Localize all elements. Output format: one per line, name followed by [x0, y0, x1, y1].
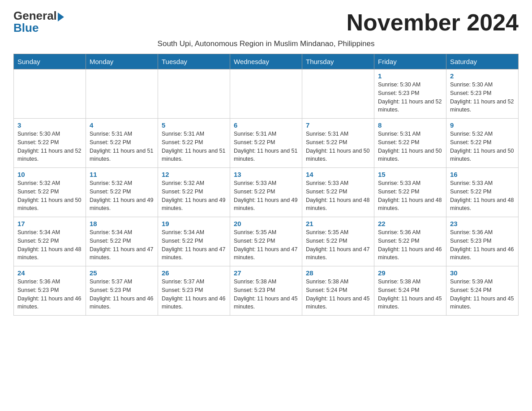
day-cell: 24Sunrise: 5:36 AM Sunset: 5:23 PM Dayli…	[14, 266, 86, 316]
day-cell: 8Sunrise: 5:31 AM Sunset: 5:22 PM Daylig…	[374, 119, 446, 168]
day-info: Sunrise: 5:31 AM Sunset: 5:22 PM Dayligh…	[234, 130, 298, 163]
day-info: Sunrise: 5:35 AM Sunset: 5:22 PM Dayligh…	[306, 228, 370, 262]
day-cell: 29Sunrise: 5:38 AM Sunset: 5:24 PM Dayli…	[374, 266, 446, 316]
day-info: Sunrise: 5:30 AM Sunset: 5:23 PM Dayligh…	[450, 81, 515, 114]
day-cell: 27Sunrise: 5:38 AM Sunset: 5:23 PM Dayli…	[230, 266, 302, 316]
day-number: 14	[306, 171, 370, 178]
day-number: 4	[90, 121, 154, 129]
week-row-3: 10Sunrise: 5:32 AM Sunset: 5:22 PM Dayli…	[14, 168, 519, 217]
weekday-header-tuesday: Tuesday	[158, 54, 230, 69]
day-cell: 25Sunrise: 5:37 AM Sunset: 5:23 PM Dayli…	[86, 266, 158, 316]
day-cell: 15Sunrise: 5:33 AM Sunset: 5:22 PM Dayli…	[374, 168, 446, 217]
day-number: 12	[162, 171, 226, 178]
day-cell: 16Sunrise: 5:33 AM Sunset: 5:22 PM Dayli…	[446, 168, 519, 217]
day-cell: 9Sunrise: 5:32 AM Sunset: 5:22 PM Daylig…	[446, 119, 519, 168]
day-number: 8	[378, 121, 442, 129]
day-cell: 3Sunrise: 5:30 AM Sunset: 5:22 PM Daylig…	[14, 119, 86, 168]
day-number: 30	[450, 269, 515, 277]
logo: General Blue	[13, 9, 64, 35]
weekday-header-sunday: Sunday	[14, 54, 86, 69]
day-info: Sunrise: 5:30 AM Sunset: 5:23 PM Dayligh…	[378, 81, 442, 114]
day-info: Sunrise: 5:32 AM Sunset: 5:22 PM Dayligh…	[17, 179, 82, 213]
day-cell: 20Sunrise: 5:35 AM Sunset: 5:22 PM Dayli…	[230, 217, 302, 266]
calendar-table: SundayMondayTuesdayWednesdayThursdayFrid…	[13, 54, 519, 316]
subtitle: South Upi, Autonomous Region in Muslim M…	[13, 39, 519, 48]
day-cell: 17Sunrise: 5:34 AM Sunset: 5:22 PM Dayli…	[14, 217, 86, 266]
day-number: 7	[306, 121, 370, 129]
logo-blue-text: Blue	[13, 21, 39, 35]
day-number: 3	[17, 121, 82, 129]
day-info: Sunrise: 5:33 AM Sunset: 5:22 PM Dayligh…	[234, 179, 298, 213]
day-cell: 12Sunrise: 5:32 AM Sunset: 5:22 PM Dayli…	[158, 168, 230, 217]
day-number: 6	[234, 121, 298, 129]
day-cell	[230, 69, 302, 119]
day-number: 9	[450, 121, 515, 129]
day-cell	[158, 69, 230, 119]
day-info: Sunrise: 5:34 AM Sunset: 5:22 PM Dayligh…	[90, 228, 154, 262]
day-info: Sunrise: 5:38 AM Sunset: 5:24 PM Dayligh…	[378, 278, 442, 311]
day-info: Sunrise: 5:31 AM Sunset: 5:22 PM Dayligh…	[378, 130, 442, 163]
day-number: 16	[450, 171, 515, 178]
day-cell: 13Sunrise: 5:33 AM Sunset: 5:22 PM Dayli…	[230, 168, 302, 217]
day-cell	[302, 69, 374, 119]
day-cell: 1Sunrise: 5:30 AM Sunset: 5:23 PM Daylig…	[374, 69, 446, 119]
day-cell: 2Sunrise: 5:30 AM Sunset: 5:23 PM Daylig…	[446, 69, 519, 119]
page-header: General Blue November 2024	[13, 9, 519, 36]
day-info: Sunrise: 5:31 AM Sunset: 5:22 PM Dayligh…	[90, 130, 154, 163]
day-info: Sunrise: 5:36 AM Sunset: 5:23 PM Dayligh…	[450, 228, 515, 262]
day-number: 23	[450, 220, 515, 227]
day-number: 28	[306, 269, 370, 277]
day-info: Sunrise: 5:39 AM Sunset: 5:24 PM Dayligh…	[450, 278, 515, 311]
day-cell: 23Sunrise: 5:36 AM Sunset: 5:23 PM Dayli…	[446, 217, 519, 266]
day-number: 21	[306, 220, 370, 227]
weekday-header-monday: Monday	[86, 54, 158, 69]
day-cell: 28Sunrise: 5:38 AM Sunset: 5:24 PM Dayli…	[302, 266, 374, 316]
day-cell: 5Sunrise: 5:31 AM Sunset: 5:22 PM Daylig…	[158, 119, 230, 168]
day-info: Sunrise: 5:36 AM Sunset: 5:22 PM Dayligh…	[378, 228, 442, 262]
day-cell: 11Sunrise: 5:32 AM Sunset: 5:22 PM Dayli…	[86, 168, 158, 217]
week-row-1: 1Sunrise: 5:30 AM Sunset: 5:23 PM Daylig…	[14, 69, 519, 119]
week-row-2: 3Sunrise: 5:30 AM Sunset: 5:22 PM Daylig…	[14, 119, 519, 168]
day-info: Sunrise: 5:30 AM Sunset: 5:22 PM Dayligh…	[17, 130, 82, 163]
day-cell	[14, 69, 86, 119]
day-info: Sunrise: 5:31 AM Sunset: 5:22 PM Dayligh…	[306, 130, 370, 163]
day-info: Sunrise: 5:37 AM Sunset: 5:23 PM Dayligh…	[162, 278, 226, 311]
day-number: 24	[17, 269, 82, 277]
day-info: Sunrise: 5:33 AM Sunset: 5:22 PM Dayligh…	[306, 179, 370, 213]
page-title: November 2024	[347, 9, 519, 36]
day-number: 15	[378, 171, 442, 178]
day-number: 22	[378, 220, 442, 227]
day-number: 2	[450, 72, 515, 80]
day-cell: 4Sunrise: 5:31 AM Sunset: 5:22 PM Daylig…	[86, 119, 158, 168]
day-number: 26	[162, 269, 226, 277]
day-cell: 14Sunrise: 5:33 AM Sunset: 5:22 PM Dayli…	[302, 168, 374, 217]
day-number: 17	[17, 220, 82, 227]
day-info: Sunrise: 5:31 AM Sunset: 5:22 PM Dayligh…	[162, 130, 226, 163]
day-cell: 19Sunrise: 5:34 AM Sunset: 5:22 PM Dayli…	[158, 217, 230, 266]
weekday-header-wednesday: Wednesday	[230, 54, 302, 69]
day-number: 20	[234, 220, 298, 227]
day-number: 19	[162, 220, 226, 227]
day-number: 27	[234, 269, 298, 277]
day-number: 13	[234, 171, 298, 178]
day-info: Sunrise: 5:38 AM Sunset: 5:24 PM Dayligh…	[306, 278, 370, 311]
day-cell	[86, 69, 158, 119]
day-number: 10	[17, 171, 82, 178]
weekday-header-row: SundayMondayTuesdayWednesdayThursdayFrid…	[14, 54, 519, 69]
day-cell: 7Sunrise: 5:31 AM Sunset: 5:22 PM Daylig…	[302, 119, 374, 168]
day-info: Sunrise: 5:33 AM Sunset: 5:22 PM Dayligh…	[378, 179, 442, 213]
day-info: Sunrise: 5:34 AM Sunset: 5:22 PM Dayligh…	[162, 228, 226, 262]
day-cell: 22Sunrise: 5:36 AM Sunset: 5:22 PM Dayli…	[374, 217, 446, 266]
logo-arrow-icon	[58, 13, 64, 21]
weekday-header-saturday: Saturday	[446, 54, 519, 69]
day-info: Sunrise: 5:37 AM Sunset: 5:23 PM Dayligh…	[90, 278, 154, 311]
day-cell: 18Sunrise: 5:34 AM Sunset: 5:22 PM Dayli…	[86, 217, 158, 266]
day-cell: 26Sunrise: 5:37 AM Sunset: 5:23 PM Dayli…	[158, 266, 230, 316]
day-info: Sunrise: 5:32 AM Sunset: 5:22 PM Dayligh…	[162, 179, 226, 213]
day-info: Sunrise: 5:36 AM Sunset: 5:23 PM Dayligh…	[17, 278, 82, 311]
day-info: Sunrise: 5:35 AM Sunset: 5:22 PM Dayligh…	[234, 228, 298, 262]
week-row-5: 24Sunrise: 5:36 AM Sunset: 5:23 PM Dayli…	[14, 266, 519, 316]
day-info: Sunrise: 5:32 AM Sunset: 5:22 PM Dayligh…	[450, 130, 515, 163]
day-cell: 21Sunrise: 5:35 AM Sunset: 5:22 PM Dayli…	[302, 217, 374, 266]
day-info: Sunrise: 5:32 AM Sunset: 5:22 PM Dayligh…	[90, 179, 154, 213]
